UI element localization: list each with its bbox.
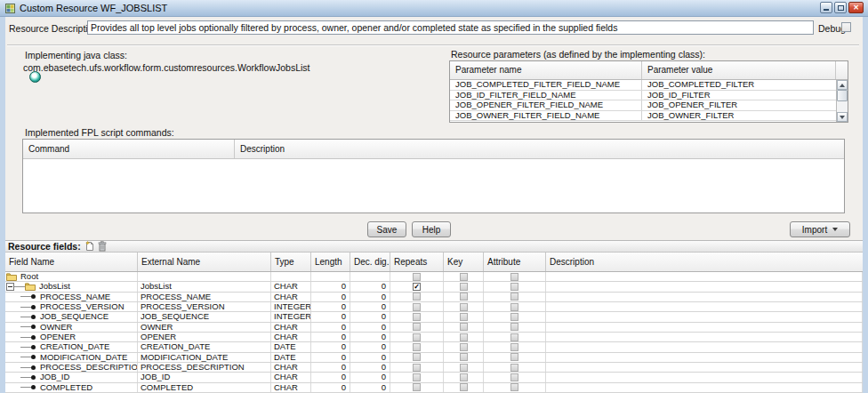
- description-cell: [546, 373, 863, 381]
- help-button[interactable]: Help: [412, 221, 451, 237]
- dec-digits-cell: 0: [350, 323, 390, 332]
- tree-line: [20, 347, 31, 348]
- column-header-description[interactable]: Description: [546, 253, 863, 271]
- title-bar[interactable]: Custom Resource WF_JOBSLIST: [0, 0, 868, 17]
- parameter-row[interactable]: JOB_ID_FILTER_FIELD_NAMEJOB_ID_FILTER: [450, 91, 848, 101]
- parameters-scrollbar[interactable]: [836, 80, 848, 122]
- external-name-cell: CREATION_DATE: [138, 342, 271, 351]
- save-button[interactable]: Save: [367, 221, 406, 237]
- field-name-cell: MODIFICATION_DATE: [5, 353, 138, 362]
- scroll-down-button[interactable]: [837, 112, 848, 122]
- field-name-cell: OWNER: [5, 323, 138, 332]
- column-header-command[interactable]: Command: [23, 140, 235, 158]
- repeats-checkbox: [413, 293, 421, 301]
- field-row[interactable]: CREATION_DATECREATION_DATEDATE00: [5, 342, 863, 352]
- key-cell: [444, 312, 484, 321]
- length-cell: 0: [311, 383, 350, 392]
- attribute-cell: [484, 293, 546, 301]
- key-checkbox: [460, 283, 468, 291]
- folder-icon: [6, 272, 17, 281]
- length-cell: 0: [311, 333, 350, 341]
- add-field-button[interactable]: [84, 241, 94, 252]
- repeats-cell: [390, 293, 444, 301]
- key-checkbox: [460, 313, 468, 321]
- resource-fields-label: Resource fields:: [8, 241, 81, 252]
- column-header-length[interactable]: Length: [311, 253, 350, 271]
- field-name-label: JOB_ID: [40, 373, 69, 381]
- maximize-button[interactable]: [834, 2, 847, 13]
- field-row[interactable]: JOB_SEQUENCEJOB_SEQUENCEINTEGER00: [5, 312, 863, 322]
- field-name-cell: Root: [5, 272, 138, 281]
- type-cell: CHAR: [271, 282, 311, 291]
- column-header-description[interactable]: Description: [235, 140, 844, 158]
- import-button-label: Import: [802, 225, 827, 235]
- resource-parameters-label: Resource parameters (as defined by the i…: [451, 49, 705, 60]
- key-checkbox: [460, 333, 468, 341]
- close-button[interactable]: ✕: [848, 2, 864, 13]
- field-row[interactable]: PROCESS_DESCRIPTIONPROCESS_DESCRIPTIONCH…: [5, 363, 863, 373]
- column-header-key[interactable]: Key: [444, 253, 484, 271]
- column-header-parameter-value[interactable]: Parameter value: [642, 61, 836, 79]
- field-row[interactable]: OPENEROPENERCHAR00: [5, 333, 863, 342]
- dec-digits-cell: 0: [350, 302, 390, 311]
- repeats-cell: ✓: [390, 282, 444, 291]
- parameter-row[interactable]: JOB_OWNER_FILTER_FIELD_NAMEJOB_OWNER_FIL…: [450, 111, 848, 122]
- arrow-down-icon: [840, 116, 845, 119]
- column-header-repeats[interactable]: Repeats: [390, 253, 444, 271]
- field-row[interactable]: JobsListJobsListCHAR00✓: [5, 282, 863, 292]
- parameters-table-header: Parameter name Parameter value: [450, 61, 848, 80]
- tree-line: [20, 357, 31, 357]
- parameter-row[interactable]: JOB_OPENER_FILTER_FIELD_NAMEJOB_OPENER_F…: [450, 100, 848, 111]
- column-header-external-name[interactable]: External Name: [138, 253, 271, 271]
- external-name-cell: OPENER: [138, 333, 271, 341]
- field-name-cell: JobsList: [5, 282, 138, 291]
- column-header-parameter-name[interactable]: Parameter name: [450, 61, 642, 79]
- column-header-type[interactable]: Type: [271, 253, 311, 271]
- import-button[interactable]: Import: [790, 221, 850, 237]
- description-cell: [546, 323, 863, 332]
- key-checkbox: [460, 273, 468, 281]
- field-row[interactable]: COMPLETEDCOMPLETEDCHAR00: [5, 383, 863, 393]
- field-row[interactable]: MODIFICATION_DATEMODIFICATION_DATEDATE00: [5, 353, 863, 363]
- resource-description-input[interactable]: [87, 20, 814, 35]
- length-cell: 0: [311, 302, 350, 311]
- type-cell: CHAR: [271, 373, 311, 381]
- column-header-field-name[interactable]: Field Name: [5, 253, 138, 271]
- debug-checkbox[interactable]: [841, 22, 851, 32]
- dec-digits-cell: 0: [350, 333, 390, 341]
- type-cell: CHAR: [271, 383, 311, 392]
- field-row[interactable]: PROCESS_VERSIONPROCESS_VERSIONINTEGER00: [5, 302, 863, 312]
- dec-digits-cell: [350, 272, 390, 281]
- repeats-checkbox[interactable]: ✓: [413, 283, 421, 291]
- key-cell: [444, 302, 484, 311]
- field-name-cell: COMPLETED: [5, 383, 138, 392]
- repeats-checkbox: [413, 343, 421, 351]
- column-header-spacer: [836, 61, 848, 79]
- attribute-checkbox: [510, 373, 518, 381]
- minimize-icon: [824, 9, 829, 11]
- attribute-checkbox: [510, 343, 518, 351]
- collapse-expander[interactable]: [6, 283, 14, 291]
- dec-digits-cell: 0: [350, 293, 390, 301]
- field-row[interactable]: PROCESS_NAMEPROCESS_NAMECHAR00: [5, 293, 863, 302]
- column-header-attribute[interactable]: Attribute: [484, 253, 546, 271]
- repeats-cell: [390, 383, 444, 392]
- field-row[interactable]: JOB_IDJOB_IDCHAR00: [5, 373, 863, 382]
- length-cell: 0: [311, 312, 350, 321]
- field-row[interactable]: OWNEROWNERCHAR00: [5, 323, 863, 333]
- field-name-label: JobsList: [39, 282, 70, 291]
- key-checkbox: [460, 364, 468, 372]
- field-row[interactable]: Root: [5, 272, 863, 282]
- attribute-cell: [484, 383, 546, 392]
- type-cell: [271, 272, 311, 281]
- fields-table-body: RootJobsListJobsListCHAR00✓PROCESS_NAMEP…: [5, 272, 863, 393]
- scrollbar-thumb[interactable]: [837, 90, 848, 101]
- field-name-label: PROCESS_VERSION: [40, 302, 125, 311]
- minimize-button[interactable]: [820, 2, 832, 13]
- dec-digits-cell: 0: [350, 353, 390, 362]
- description-cell: [546, 333, 863, 341]
- parameter-row[interactable]: JOB_COMPLETED_FILTER_FIELD_NAMEJOB_COMPL…: [450, 80, 848, 91]
- delete-field-button[interactable]: [98, 241, 107, 252]
- column-header-dec-dig[interactable]: Dec. dig.: [350, 253, 390, 271]
- scroll-up-button[interactable]: [837, 80, 848, 90]
